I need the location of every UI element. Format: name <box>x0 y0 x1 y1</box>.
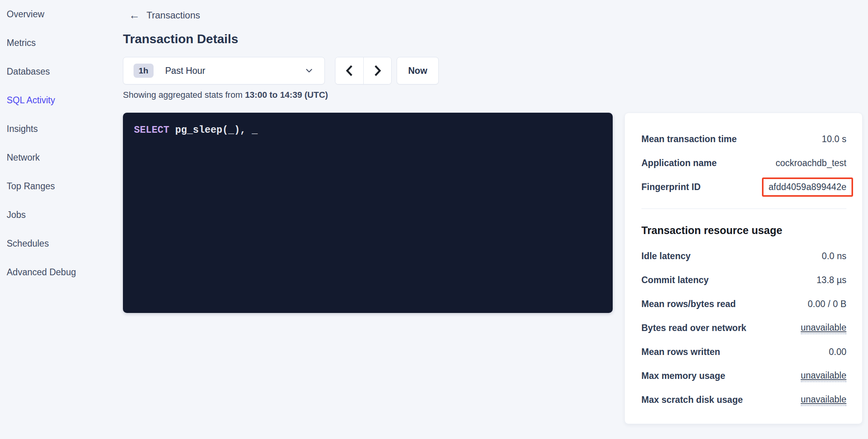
chevron-left-icon <box>342 63 357 78</box>
sql-statement: SELECT pg_sleep(_), _ <box>134 125 602 136</box>
stat-label: Fingerprint ID <box>641 182 701 192</box>
time-range-label: Past Hour <box>165 66 304 76</box>
breadcrumb: ← Transactions <box>129 10 868 21</box>
stat-row-mean-rows-written: Mean rows written 0.00 <box>641 340 846 364</box>
fingerprint-highlight: afdd4059a899442e <box>762 177 853 197</box>
time-range-badge: 1h <box>134 64 154 78</box>
sidebar-item-insights[interactable]: Insights <box>0 115 123 143</box>
resource-usage-heading: Transaction resource usage <box>641 217 846 244</box>
stat-row-commit-latency: Commit latency 13.8 µs <box>641 268 846 292</box>
sidebar-item-jobs[interactable]: Jobs <box>0 201 123 229</box>
main-content: ← Transactions Transaction Details 1h Pa… <box>123 0 868 439</box>
sidebar-item-sql-activity[interactable]: SQL Activity <box>0 86 123 115</box>
time-range-select[interactable]: 1h Past Hour <box>123 57 325 84</box>
stat-label: Max scratch disk usage <box>641 395 743 405</box>
stat-label: Max memory usage <box>641 371 725 381</box>
now-button[interactable]: Now <box>397 57 439 84</box>
stat-value: 13.8 µs <box>817 275 846 285</box>
back-arrow-icon[interactable]: ← <box>129 10 140 21</box>
stat-row-max-memory-usage: Max memory usage unavailable <box>641 364 846 388</box>
stat-value-unavailable: unavailable <box>801 322 846 334</box>
stat-row-max-scratch-disk-usage: Max scratch disk usage unavailable <box>641 388 846 412</box>
stat-row-bytes-read-over-network: Bytes read over network unavailable <box>641 316 846 340</box>
stat-row-idle-latency: Idle latency 0.0 ns <box>641 244 846 268</box>
sidebar-item-metrics[interactable]: Metrics <box>0 29 123 57</box>
chevron-down-icon <box>304 66 314 76</box>
chevron-right-icon <box>370 63 385 78</box>
stat-row-mean-transaction-time: Mean transaction time 10.0 s <box>641 127 846 151</box>
stat-row-mean-rows-bytes-read: Mean rows/bytes read 0.00 / 0 B <box>641 292 846 316</box>
sidebar-item-advanced-debug[interactable]: Advanced Debug <box>0 258 123 287</box>
sql-statement-box: SELECT pg_sleep(_), _ <box>123 113 613 313</box>
aggregated-stats-caption: Showing aggregated stats from 13:00 to 1… <box>123 90 868 100</box>
time-pager <box>335 57 392 84</box>
app-root: Overview Metrics Databases SQL Activity … <box>0 0 868 439</box>
stat-value: 10.0 s <box>822 134 846 145</box>
stat-label: Mean rows/bytes read <box>641 299 736 309</box>
stat-label: Mean rows written <box>641 347 720 357</box>
stat-row-fingerprint-id: Fingerprint ID afdd4059a899442e <box>641 175 846 199</box>
sidebar: Overview Metrics Databases SQL Activity … <box>0 0 123 439</box>
caption-prefix: Showing aggregated stats from <box>123 90 245 100</box>
stat-value: 0.00 / 0 B <box>808 299 846 309</box>
stat-row-application-name: Application name cockroachdb_test <box>641 151 846 175</box>
page-title: Transaction Details <box>123 32 868 46</box>
sidebar-item-top-ranges[interactable]: Top Ranges <box>0 172 123 201</box>
sql-keyword: SELECT <box>134 124 169 136</box>
stat-value: 0.0 ns <box>822 251 846 262</box>
stat-value-unavailable: unavailable <box>801 370 846 382</box>
sidebar-item-network[interactable]: Network <box>0 143 123 172</box>
time-controls: 1h Past Hour <box>123 57 868 84</box>
stat-label: Application name <box>641 158 717 168</box>
sidebar-item-schedules[interactable]: Schedules <box>0 229 123 258</box>
prev-time-button[interactable] <box>335 57 363 84</box>
stat-value: cockroachdb_test <box>776 158 846 168</box>
stat-value: 0.00 <box>829 347 846 357</box>
stat-label: Mean transaction time <box>641 134 737 145</box>
transaction-stats-card: Mean transaction time 10.0 s Application… <box>624 113 863 424</box>
stat-label: Bytes read over network <box>641 323 746 333</box>
next-time-button[interactable] <box>363 57 391 84</box>
sidebar-item-databases[interactable]: Databases <box>0 57 123 86</box>
caption-time-range: 13:00 to 14:39 (UTC) <box>245 90 328 100</box>
breadcrumb-transactions-link[interactable]: Transactions <box>146 10 200 21</box>
details-body: SELECT pg_sleep(_), _ Mean transaction t… <box>123 113 868 424</box>
stat-value-unavailable: unavailable <box>801 394 846 406</box>
sidebar-item-overview[interactable]: Overview <box>0 0 123 29</box>
stat-label: Commit latency <box>641 275 709 285</box>
card-divider <box>641 209 846 209</box>
sql-body: pg_sleep(_), _ <box>169 124 258 136</box>
stat-label: Idle latency <box>641 251 690 262</box>
